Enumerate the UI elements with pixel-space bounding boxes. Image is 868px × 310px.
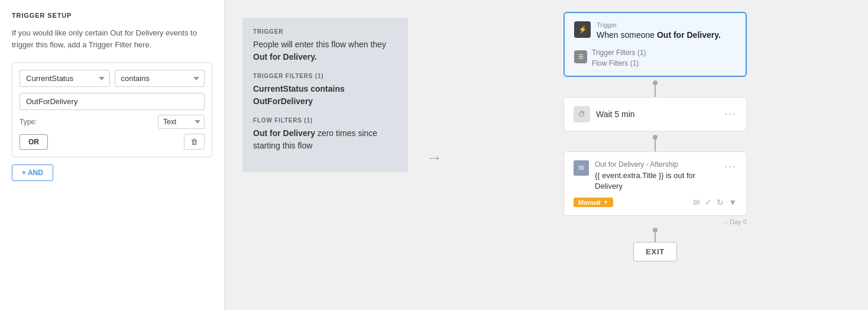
left-panel: TRIGGER SETUP If you would like only cer…: [0, 0, 225, 310]
wait-step-card[interactable]: ⏱ Wait 5 min ···: [563, 97, 747, 131]
trigger-info-card: TRIGGER People will enter this flow when…: [242, 18, 408, 172]
filter-box: CurrentStatus contains Type: Text Number…: [12, 62, 212, 157]
lightning-icon: ⚡: [578, 25, 587, 34]
wait-icon: ⏱: [574, 106, 590, 122]
type-label: Type:: [20, 118, 37, 126]
flow-filters-text1: Out for Delivery: [253, 128, 315, 138]
email-subject: {{ event.extra.Title }} is out for Deliv…: [595, 170, 724, 192]
flow-filters-label: FLOW FILTERS (1): [253, 117, 397, 124]
flow-filters-text: Out for Delivery zero times since starti…: [253, 127, 397, 152]
email-card-left: ✉ Out for Delivery - Aftership {{ event.…: [574, 160, 724, 192]
wait-text: Wait 5 min: [596, 109, 635, 119]
connector-line-3: [655, 233, 656, 242]
trigger-when-text: When someone: [597, 30, 655, 40]
trigger-bold: Out for Delivery.: [253, 52, 317, 62]
flow-canvas: TRIGGER People will enter this flow when…: [225, 0, 868, 310]
trigger-text: People will enter this flow when they: [253, 40, 386, 49]
operator-select[interactable]: contains: [115, 70, 205, 87]
flow-steps: ⚡ Trigger When someone Out for Delivery.…: [460, 12, 850, 261]
trigger-step-card[interactable]: ⚡ Trigger When someone Out for Delivery.…: [563, 12, 747, 77]
wait-left: ⏱ Wait 5 min: [574, 106, 635, 122]
trigger-card-label: Trigger: [597, 21, 721, 28]
email-more-button[interactable]: ···: [724, 160, 737, 173]
and-button[interactable]: + AND: [12, 164, 53, 181]
email-step-card[interactable]: ✉ Out for Delivery - Aftership {{ event.…: [563, 151, 747, 216]
email-send-icon[interactable]: ✉: [693, 198, 700, 207]
panel-title: TRIGGER SETUP: [12, 12, 212, 19]
filter-actions: OR 🗑: [20, 134, 205, 150]
trigger-filters-text2: OutForDelivery: [253, 96, 313, 106]
exit-label: EXIT: [646, 247, 665, 256]
email-name: Out for Delivery - Aftership: [595, 160, 724, 169]
trigger-sub-info: Trigger Filters (1) Flow Filters (1): [592, 46, 646, 67]
wait-more-button[interactable]: ···: [724, 108, 737, 120]
connector-line-2: [655, 140, 656, 151]
trigger-filters-label: TRIGGER FILTERS (1): [253, 73, 397, 79]
filter-row-top: CurrentStatus contains: [20, 70, 205, 87]
trigger-sub-line2: Flow Filters (1): [592, 59, 646, 67]
trigger-filters-row: ☰ Trigger Filters (1) Flow Filters (1): [574, 46, 736, 67]
filter-icon: ☰: [574, 50, 587, 63]
email-action-icons: ✉ ✓ ↻ ▼: [693, 198, 737, 207]
type-select[interactable]: Text Number Boolean Date: [158, 115, 205, 129]
trigger-filters-text1: CurrentStatus contains: [253, 84, 345, 93]
email-icon: ✉: [574, 160, 589, 176]
email-filter-icon[interactable]: ▼: [728, 198, 737, 207]
email-info: Out for Delivery - Aftership {{ event.ex…: [595, 160, 724, 192]
trigger-section-text: People will enter this flow when they Ou…: [253, 38, 397, 63]
trigger-section-label: TRIGGER: [253, 28, 397, 35]
connector-line-1: [655, 85, 656, 97]
day-label: Day 0: [563, 218, 747, 225]
trigger-step-icon: ⚡: [574, 21, 591, 38]
manual-badge-label: Manual: [578, 199, 601, 206]
email-card-header: ✉ Out for Delivery - Aftership {{ event.…: [574, 160, 737, 192]
email-footer: Manual ▼ ✉ ✓ ↻ ▼: [574, 198, 737, 207]
trigger-sub-line1: Trigger Filters (1): [592, 49, 646, 57]
manual-badge[interactable]: Manual ▼: [574, 198, 613, 207]
connector-dot-1: [653, 80, 658, 85]
filter-type-row: Type: Text Number Boolean Date: [20, 115, 205, 129]
connector-dot-2: [653, 135, 658, 140]
trigger-title-block: Trigger When someone Out for Delivery.: [597, 21, 721, 41]
trigger-filters-text: CurrentStatus contains OutForDelivery: [253, 83, 397, 108]
trigger-when-bold: Out for Delivery.: [657, 30, 721, 40]
trigger-card-header: ⚡ Trigger When someone Out for Delivery.: [574, 21, 736, 41]
panel-description: If you would like only certain Out for D…: [12, 27, 212, 50]
field-select[interactable]: CurrentStatus: [20, 70, 110, 87]
filter-value-input[interactable]: [20, 93, 205, 110]
badge-chevron-icon: ▼: [603, 199, 608, 205]
exit-card: EXIT: [633, 242, 677, 261]
delete-filter-button[interactable]: 🗑: [184, 134, 205, 150]
flow-arrow: →: [426, 148, 442, 167]
trigger-card-title: When someone Out for Delivery.: [597, 30, 721, 41]
or-button[interactable]: OR: [20, 134, 48, 150]
email-refresh-icon[interactable]: ↻: [717, 198, 724, 207]
connector-dot-3: [653, 228, 658, 233]
email-check-icon[interactable]: ✓: [705, 198, 712, 207]
